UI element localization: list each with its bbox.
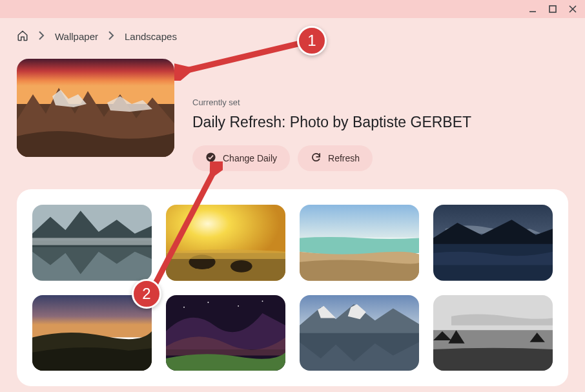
home-icon[interactable] bbox=[17, 30, 28, 43]
refresh-button[interactable]: Refresh bbox=[298, 145, 373, 171]
refresh-label: Refresh bbox=[328, 153, 360, 163]
wallpaper-grid-container bbox=[17, 189, 568, 386]
breadcrumb-wallpaper[interactable]: Wallpaper bbox=[55, 31, 98, 42]
change-daily-button[interactable]: Change Daily bbox=[192, 145, 290, 171]
breadcrumb-landscapes[interactable]: Landscapes bbox=[125, 31, 177, 42]
svg-point-18 bbox=[238, 305, 239, 307]
breadcrumb: Wallpaper Landscapes bbox=[17, 30, 568, 43]
change-daily-label: Change Daily bbox=[223, 153, 277, 163]
wallpaper-thumb[interactable] bbox=[32, 205, 152, 281]
svg-rect-14 bbox=[32, 295, 152, 337]
svg-rect-0 bbox=[549, 6, 556, 12]
svg-rect-11 bbox=[300, 205, 419, 238]
wallpaper-thumb[interactable] bbox=[300, 295, 419, 371]
svg-rect-6 bbox=[32, 238, 152, 245]
wallpaper-thumb[interactable] bbox=[166, 295, 285, 371]
wallpaper-thumb[interactable] bbox=[433, 295, 553, 371]
currently-set-label: Currently set bbox=[192, 98, 471, 107]
chevron-right-icon bbox=[39, 31, 45, 42]
maximize-button[interactable] bbox=[549, 5, 557, 13]
refresh-icon bbox=[311, 152, 322, 165]
wallpaper-title: Daily Refresh: Photo by Baptiste GERBET bbox=[192, 114, 471, 131]
svg-point-17 bbox=[207, 302, 209, 303]
svg-point-19 bbox=[262, 300, 263, 302]
svg-point-10 bbox=[231, 260, 252, 273]
wallpaper-thumb[interactable] bbox=[433, 205, 553, 281]
titlebar bbox=[0, 0, 585, 18]
minimize-button[interactable] bbox=[528, 5, 537, 14]
wallpaper-thumb[interactable] bbox=[32, 295, 152, 371]
svg-point-16 bbox=[183, 306, 185, 307]
wallpaper-thumb[interactable] bbox=[300, 205, 419, 281]
close-button[interactable] bbox=[568, 5, 577, 14]
wallpaper-thumb[interactable] bbox=[166, 205, 285, 281]
checkmark-circle-icon bbox=[205, 152, 216, 165]
current-wallpaper-preview bbox=[17, 59, 174, 157]
chevron-right-icon bbox=[108, 31, 114, 42]
svg-rect-22 bbox=[433, 295, 553, 331]
